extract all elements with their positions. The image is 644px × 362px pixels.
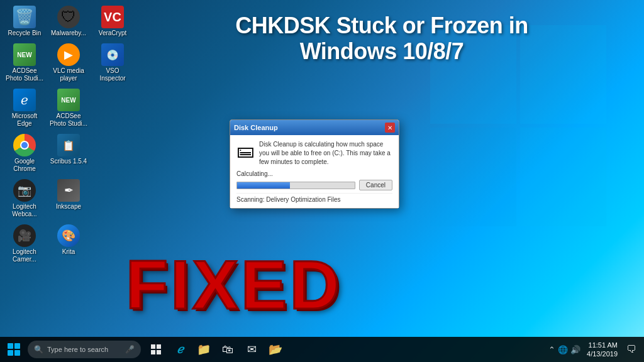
icon-logitech-camera[interactable]: 🎥 Logitech Camer... — [3, 222, 46, 266]
start-button[interactable] — [0, 337, 28, 362]
icon-vlc[interactable]: ▶ VLC media player — [47, 41, 90, 85]
dialog-calculating-label: Calculating... — [236, 170, 392, 177]
edge-taskbar-icon[interactable]: ℯ — [169, 337, 191, 362]
dialog-progress-fill — [237, 182, 290, 189]
icon-malwarebytes[interactable]: 🛡 Malwareby... — [47, 3, 90, 40]
system-tray: ⌃ 🌐 🔊 11:51 AM 4/13/2019 🗨 — [548, 337, 644, 362]
dialog-description: Disk Cleanup is calculating how much spa… — [259, 140, 392, 167]
icon-logitech-webcam[interactable]: 📷 Logitech Webca... — [3, 177, 46, 221]
notification-button[interactable]: 🗨 — [624, 337, 639, 362]
volume-icon[interactable]: 🔊 — [570, 345, 580, 354]
dialog-body: 🖴 Disk Cleanup is calculating how much s… — [230, 135, 399, 208]
clock-time: 11:51 AM — [589, 341, 618, 349]
chevron-up-icon[interactable]: ⌃ — [548, 345, 555, 354]
notification-icon: 🗨 — [626, 344, 636, 355]
fixed-label: FIXED — [126, 244, 342, 324]
icon-scribus[interactable]: 📋 Scribus 1.5.4 — [47, 131, 90, 175]
desktop-icons: 🗑️ Recycle Bin 🛡 Malwareby... VC VeraCry… — [3, 3, 134, 267]
disk-cleanup-dialog: Disk Cleanup ✕ 🖴 Disk Cleanup is calcula… — [230, 119, 399, 209]
dialog-progress-bar — [236, 182, 355, 189]
article-title: CHKDSK Stuck or Frozen in Windows 10/8/7 — [126, 13, 638, 65]
taskbar: 🔍 Type here to search 🎤 ℯ 📁 🛍 — [0, 337, 644, 362]
taskbar-search[interactable]: 🔍 Type here to search 🎤 — [28, 341, 141, 358]
icon-inkscape[interactable]: ✒ Inkscape — [47, 177, 90, 221]
icon-recycle-bin[interactable]: 🗑️ Recycle Bin — [3, 3, 46, 40]
network-icon[interactable]: 🌐 — [558, 345, 568, 354]
search-icon: 🔍 — [34, 345, 43, 354]
icon-acdsee[interactable]: NEW ACDSee Photo Studi... — [3, 41, 46, 85]
dialog-disk-icon: 🖴 — [236, 140, 254, 167]
svg-rect-0 — [151, 344, 155, 349]
icon-acdsee2[interactable]: NEW ACDSee Photo Studi... — [47, 86, 90, 130]
dialog-close-button[interactable]: ✕ — [385, 123, 395, 133]
desktop: 🗑️ Recycle Bin 🛡 Malwareby... VC VeraCry… — [0, 0, 644, 362]
microphone-icon: 🎤 — [125, 345, 135, 354]
svg-rect-1 — [157, 344, 161, 349]
clock[interactable]: 11:51 AM 4/13/2019 — [583, 341, 621, 359]
icon-krita[interactable]: 🎨 Krita — [47, 222, 90, 266]
icon-chrome[interactable]: Google Chrome — [3, 131, 46, 175]
dialog-title-bar: Disk Cleanup ✕ — [230, 120, 399, 135]
taskbar-pinned-icons: ℯ 📁 🛍 ✉ 📂 — [145, 337, 287, 362]
svg-rect-3 — [157, 350, 161, 354]
dialog-cancel-button[interactable]: Cancel — [359, 180, 392, 190]
svg-rect-2 — [151, 350, 155, 354]
icon-edge[interactable]: ℯ Microsoft Edge — [3, 86, 46, 130]
search-placeholder-text: Type here to search — [47, 346, 108, 353]
unknown-app-icon[interactable]: 📂 — [264, 337, 287, 362]
store-icon[interactable]: 🛍 — [216, 337, 239, 362]
clock-date: 4/13/2019 — [587, 349, 618, 358]
file-explorer-icon[interactable]: 📁 — [192, 337, 215, 362]
windows-logo-icon — [8, 343, 20, 356]
dialog-title-text: Disk Cleanup — [234, 124, 278, 131]
mail-icon[interactable]: ✉ — [240, 337, 263, 362]
dialog-scanning-label: Scanning: Delivery Optimization Files — [236, 193, 392, 203]
task-view-button[interactable] — [145, 337, 167, 362]
